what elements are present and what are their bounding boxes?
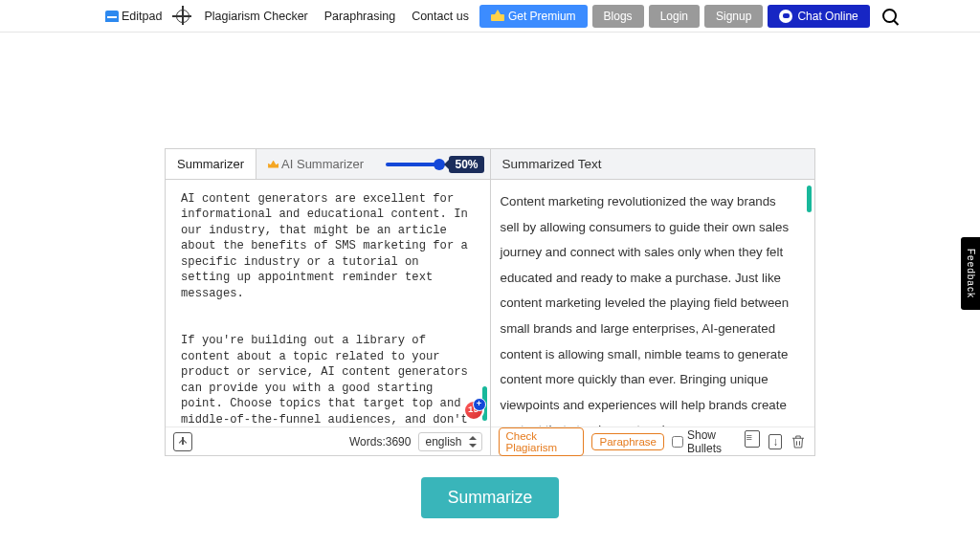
search-icon[interactable] (882, 9, 897, 23)
tab-ai-summarizer[interactable]: AI Summarizer (256, 149, 375, 179)
get-premium-button[interactable]: Get Premium (479, 5, 588, 28)
slider-track[interactable] (386, 163, 441, 166)
summarizer-tool: Summarizer AI Summarizer 50% AI content … (165, 148, 815, 456)
copy-icon (747, 432, 749, 448)
output-textarea[interactable]: Content marketing revolutionized the way… (491, 180, 815, 427)
paraphrase-button[interactable]: Paraphrase (591, 433, 663, 450)
chat-bubble-icon (779, 10, 792, 23)
input-pane: Summarizer AI Summarizer 50% AI content … (166, 149, 490, 455)
slider-value: 50% (449, 156, 483, 173)
output-footer: Check Plagiarism Paraphrase Show Bullets (491, 427, 815, 455)
input-tabs: Summarizer AI Summarizer 50% (166, 149, 490, 180)
input-textarea[interactable]: AI content generators are excellent for … (166, 180, 490, 427)
output-text: Content marketing revolutionized the way… (501, 194, 790, 427)
get-premium-label: Get Premium (508, 10, 576, 23)
crown-icon (491, 11, 504, 21)
nav-contact[interactable]: Contact us (406, 7, 475, 26)
theme-toggle-icon[interactable] (176, 10, 189, 23)
length-slider[interactable]: 50% (386, 156, 483, 173)
upload-arrow-icon (179, 438, 187, 446)
language-select[interactable]: english (418, 432, 481, 451)
check-plagiarism-button[interactable]: Check Plagiarism (499, 427, 585, 456)
suggestion-count-badge[interactable]: 15 (463, 400, 484, 421)
trash-icon (790, 433, 807, 450)
word-count: Words:3690 (349, 435, 412, 449)
nav-plagiarism[interactable]: Plagiarism Checker (198, 7, 313, 26)
output-pane: Summarized Text Content marketing revolu… (490, 149, 815, 455)
crown-icon (268, 161, 278, 168)
summarize-button[interactable]: Summarize (421, 477, 560, 518)
chat-online-label: Chat Online (797, 10, 858, 23)
show-bullets-checkbox[interactable]: Show Bullets (672, 428, 740, 455)
top-nav: Editpad Plagiarism Checker Paraphrasing … (0, 0, 980, 33)
editpad-icon (105, 11, 119, 22)
brand-name: Editpad (122, 10, 162, 23)
chat-online-button[interactable]: Chat Online (768, 5, 869, 28)
words-label: Words: (349, 435, 386, 449)
words-value: 3690 (386, 435, 412, 449)
login-button[interactable]: Login (649, 5, 700, 28)
tab-ai-label: AI Summarizer (281, 157, 364, 171)
nav-paraphrasing[interactable]: Paraphrasing (319, 7, 401, 26)
upload-button[interactable] (173, 432, 192, 451)
brand-logo[interactable]: Editpad (105, 10, 162, 23)
input-footer: Words:3690 english (166, 427, 490, 455)
tab-summarizer[interactable]: Summarizer (166, 149, 256, 179)
show-bullets-input[interactable] (672, 436, 683, 448)
copy-button[interactable] (747, 433, 762, 450)
scrollbar-thumb[interactable] (807, 186, 812, 212)
delete-button[interactable] (790, 433, 807, 450)
output-header: Summarized Text (491, 149, 815, 180)
feedback-tab[interactable]: Feedback (961, 237, 980, 310)
download-button[interactable] (768, 434, 782, 449)
blogs-button[interactable]: Blogs (592, 5, 644, 28)
input-text: AI content generators are excellent for … (181, 192, 475, 427)
show-bullets-label: Show Bullets (687, 428, 740, 455)
signup-button[interactable]: Signup (704, 5, 763, 28)
